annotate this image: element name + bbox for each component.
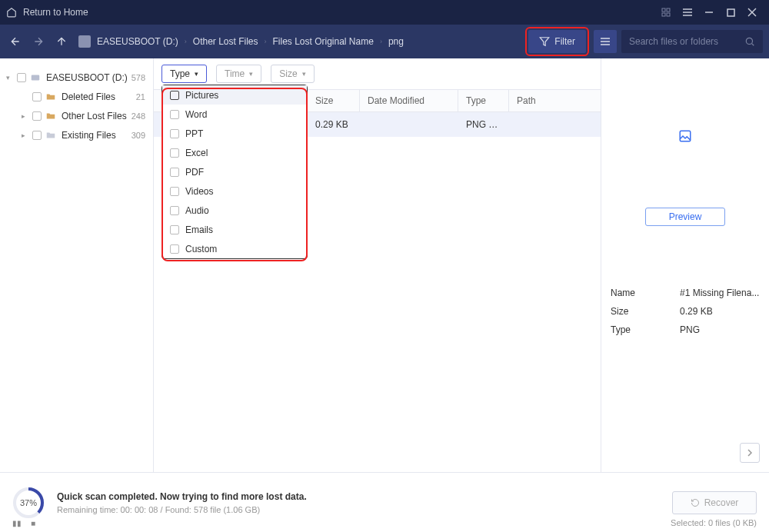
next-page-button[interactable] <box>740 443 760 463</box>
svg-line-16 <box>752 44 754 46</box>
recover-button[interactable]: Recover <box>672 491 757 514</box>
tree-item-deleted[interactable]: Deleted Files 21 <box>5 87 148 106</box>
drive-icon <box>29 72 42 83</box>
footer: 37% Quick scan completed. Now trying to … <box>0 472 769 532</box>
breadcrumb-item[interactable]: Other Lost Files <box>193 36 258 47</box>
filter-button-highlight: Filter <box>525 27 589 56</box>
drive-icon <box>78 35 91 48</box>
svg-rect-3 <box>667 13 670 16</box>
window-grid-icon[interactable] <box>655 3 677 22</box>
checkbox[interactable] <box>170 244 179 254</box>
navbar: EASEUSBOOT (D:) › Other Lost Files › Fil… <box>0 25 769 58</box>
progress-percent: 37% <box>12 487 45 519</box>
checkbox[interactable] <box>170 187 179 196</box>
checkbox[interactable] <box>170 225 179 234</box>
filter-icon <box>539 36 550 47</box>
checkbox[interactable] <box>17 73 26 82</box>
chevron-right-icon: › <box>185 38 187 45</box>
svg-rect-17 <box>32 75 40 80</box>
checkbox[interactable] <box>170 91 179 100</box>
breadcrumb-item[interactable]: png <box>388 36 404 47</box>
scan-status-text: Quick scan completed. Now trying to find… <box>57 491 307 502</box>
preview-button[interactable]: Preview <box>645 208 725 226</box>
return-home-link[interactable]: Return to Home <box>23 7 88 18</box>
remaining-text: Remaining time: 00: 00: 08 / Found: 578 … <box>57 505 307 514</box>
sidebar: ▾ EASEUSBOOT (D:) 578 Deleted Files 21 ▸… <box>0 58 154 472</box>
dropdown-item-excel[interactable]: Excel <box>162 143 307 162</box>
chevron-down-icon: ▾ <box>249 70 253 78</box>
type-filter-dropdown: Pictures Word PPT Excel PDF Videos Audio… <box>161 85 308 259</box>
checkbox[interactable] <box>170 168 179 177</box>
filter-chip-type[interactable]: Type ▾ <box>161 65 207 83</box>
expander-icon[interactable]: ▸ <box>22 112 29 120</box>
pause-icon[interactable]: ▮▮ <box>12 519 22 527</box>
column-type[interactable]: Type <box>458 90 509 111</box>
maximize-icon[interactable] <box>720 3 741 22</box>
search-input[interactable] <box>629 36 744 47</box>
svg-rect-18 <box>680 131 691 141</box>
search-box[interactable] <box>621 30 763 53</box>
breadcrumb: EASEUSBOOT (D:) › Other Lost Files › Fil… <box>78 35 404 48</box>
checkbox[interactable] <box>170 129 179 138</box>
filter-label: Filter <box>554 36 575 47</box>
file-list-area: Type ▾ Time ▾ Size ▾ Pictures Word PPT E… <box>154 58 601 472</box>
scan-controls: ▮▮ ■ <box>12 519 35 527</box>
expander-icon[interactable]: ▸ <box>22 131 29 139</box>
dropdown-item-audio[interactable]: Audio <box>162 201 307 220</box>
filter-chip-size[interactable]: Size ▾ <box>271 65 314 83</box>
home-icon[interactable] <box>6 7 17 18</box>
breadcrumb-item[interactable]: Files Lost Original Name <box>273 36 374 47</box>
dropdown-item-custom[interactable]: Custom <box>162 239 307 258</box>
checkbox[interactable] <box>170 206 179 215</box>
column-size[interactable]: Size <box>308 90 360 111</box>
dropdown-item-pictures[interactable]: Pictures <box>162 85 307 105</box>
svg-rect-8 <box>727 9 734 16</box>
nav-back-icon[interactable] <box>6 32 25 51</box>
folder-icon <box>45 111 57 121</box>
view-toggle-button[interactable] <box>594 30 617 53</box>
chevron-right-icon: › <box>265 38 267 45</box>
nav-forward-icon[interactable] <box>29 32 48 51</box>
close-icon[interactable] <box>741 3 763 22</box>
dropdown-item-ppt[interactable]: PPT <box>162 124 307 143</box>
filter-button[interactable]: Filter <box>528 30 586 53</box>
image-preview-icon <box>678 129 692 143</box>
folder-icon <box>45 130 57 141</box>
filter-chip-time[interactable]: Time ▾ <box>216 65 261 83</box>
tree-item-existing[interactable]: ▸ Existing Files 309 <box>5 125 148 145</box>
svg-marker-11 <box>540 38 549 46</box>
expander-icon[interactable]: ▾ <box>6 74 14 81</box>
checkbox[interactable] <box>32 111 42 121</box>
breadcrumb-item[interactable]: EASEUSBOOT (D:) <box>97 36 178 47</box>
dropdown-item-word[interactable]: Word <box>162 105 307 124</box>
svg-rect-1 <box>667 8 670 12</box>
file-metadata: Name#1 Missing Filena... Size0.29 KB Typ… <box>611 288 760 343</box>
svg-point-15 <box>746 38 752 44</box>
stop-icon[interactable]: ■ <box>31 519 35 527</box>
svg-rect-0 <box>662 8 665 12</box>
checkbox[interactable] <box>32 131 42 140</box>
chevron-down-icon: ▾ <box>195 70 198 78</box>
dropdown-item-emails[interactable]: Emails <box>162 220 307 239</box>
checkbox[interactable] <box>32 92 42 101</box>
titlebar: Return to Home <box>0 0 769 25</box>
svg-rect-2 <box>662 13 665 16</box>
window-menu-icon[interactable] <box>677 3 698 22</box>
column-path[interactable]: Path <box>509 90 601 111</box>
column-date[interactable]: Date Modified <box>360 90 458 111</box>
chevron-down-icon: ▾ <box>302 70 306 78</box>
tree-item-drive[interactable]: ▾ EASEUSBOOT (D:) 578 <box>5 68 148 87</box>
dropdown-item-pdf[interactable]: PDF <box>162 162 307 181</box>
folder-deleted-icon <box>45 91 57 102</box>
checkbox[interactable] <box>170 148 179 158</box>
dropdown-item-videos[interactable]: Videos <box>162 181 307 201</box>
details-pane: Preview Name#1 Missing Filena... Size0.2… <box>601 58 769 472</box>
chevron-right-icon: › <box>380 38 382 45</box>
selected-count-text: Selected: 0 files (0 KB) <box>671 518 757 527</box>
minimize-icon[interactable] <box>698 3 720 22</box>
nav-up-icon[interactable] <box>52 32 71 51</box>
tree-item-other-lost[interactable]: ▸ Other Lost Files 248 <box>5 106 148 125</box>
search-icon <box>744 36 755 47</box>
checkbox[interactable] <box>170 110 179 119</box>
progress-ring: 37% <box>12 487 45 519</box>
